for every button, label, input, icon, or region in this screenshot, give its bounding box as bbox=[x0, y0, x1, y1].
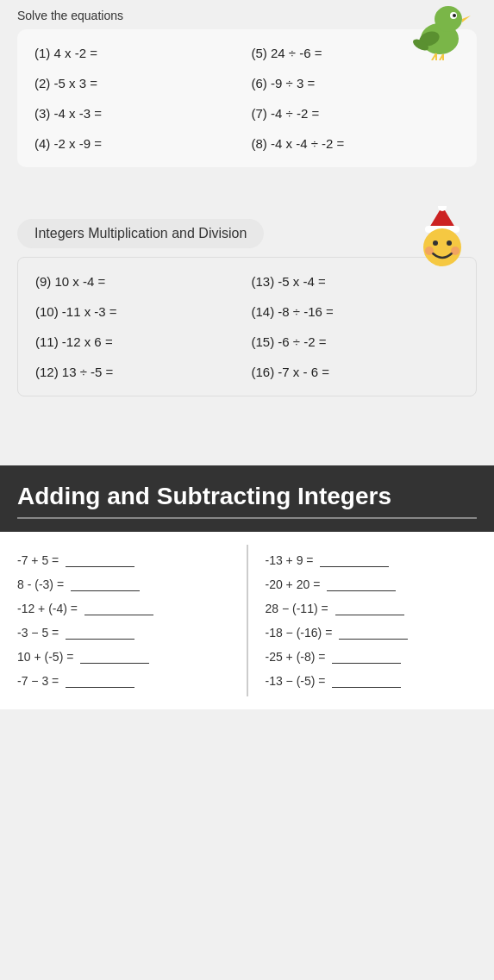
answer-line bbox=[66, 566, 134, 567]
svg-point-3 bbox=[453, 14, 456, 17]
eq-item: (16) -7 x - 6 = bbox=[252, 361, 460, 383]
svg-point-15 bbox=[433, 240, 438, 246]
eq-item: (7) -4 ÷ -2 = bbox=[252, 103, 460, 124]
eq-item: (15) -6 ÷ -2 = bbox=[252, 331, 460, 353]
svg-point-13 bbox=[438, 206, 447, 211]
eq-item: (13) -5 x -4 = bbox=[252, 271, 460, 292]
eq-label: (4) bbox=[34, 136, 50, 151]
fill-item: -12 + (-4) = bbox=[17, 602, 229, 615]
eq-label: (5) bbox=[252, 46, 267, 60]
answer-line bbox=[84, 615, 153, 615]
eq-item: (3) -4 x -3 = bbox=[34, 103, 243, 124]
svg-point-16 bbox=[447, 240, 452, 246]
answer-line bbox=[320, 566, 389, 567]
eq-label: (10) bbox=[35, 304, 59, 319]
section2: Integers Multiplication and Division (9)… bbox=[0, 210, 494, 414]
answer-line bbox=[332, 663, 401, 664]
eq-label: (1) bbox=[34, 46, 50, 60]
answer-line bbox=[80, 663, 149, 664]
fill-item: -7 − 3 = bbox=[17, 674, 229, 688]
eq-item: (9) 10 x -4 = bbox=[35, 271, 243, 292]
fill-item: -18 − (-16) = bbox=[266, 626, 478, 640]
fill-item: -3 − 5 = bbox=[17, 626, 229, 640]
svg-point-17 bbox=[425, 247, 434, 255]
eq-item: (4) -2 x -9 = bbox=[34, 133, 243, 154]
eq-item: (2) -5 x 3 = bbox=[34, 72, 243, 94]
section3-right-col: -13 + 9 = -20 + 20 = 28 − (-11) = -18 − … bbox=[248, 545, 495, 696]
fill-item: -25 + (-8) = bbox=[266, 650, 478, 664]
eq-label: (6) bbox=[252, 76, 267, 91]
eq-label: (8) bbox=[252, 136, 267, 151]
eq-label: (3) bbox=[34, 106, 50, 121]
eq-item: (11) -12 x 6 = bbox=[35, 331, 243, 353]
svg-marker-4 bbox=[462, 16, 471, 22]
section3-divider-line bbox=[17, 517, 477, 519]
section1: Solve the equations (1) 4 x -2 = (5) 24 … bbox=[0, 0, 494, 184]
answer-line bbox=[335, 615, 404, 615]
eq-label: (9) bbox=[35, 274, 51, 289]
fill-item: 28 − (-11) = bbox=[266, 602, 478, 615]
eq-item: (8) -4 x -4 ÷ -2 = bbox=[252, 133, 460, 154]
svg-point-18 bbox=[451, 247, 460, 255]
fill-item: 8 - (-3) = bbox=[17, 577, 229, 591]
answer-line bbox=[339, 639, 408, 640]
eq-item: (10) -11 x -3 = bbox=[35, 301, 243, 322]
section2-equations-box: (9) 10 x -4 = (13) -5 x -4 = (10) -11 x … bbox=[17, 257, 477, 396]
smiley-icon bbox=[412, 206, 472, 271]
section3: Adding and Subtracting Integers -7 + 5 =… bbox=[0, 465, 494, 709]
eq-item: (12) 13 ÷ -5 = bbox=[35, 361, 243, 383]
section3-title: Adding and Subtracting Integers bbox=[17, 483, 477, 510]
fill-item: -13 + 9 = bbox=[266, 553, 478, 567]
eq-item: (1) 4 x -2 = bbox=[34, 42, 243, 64]
answer-line bbox=[332, 687, 401, 688]
eq-item: (6) -9 ÷ 3 = bbox=[252, 72, 460, 94]
answer-line bbox=[71, 590, 140, 591]
gap3 bbox=[0, 440, 494, 465]
answer-line bbox=[327, 590, 396, 591]
section3-body: -7 + 5 = 8 - (-3) = -12 + (-4) = -3 − 5 … bbox=[0, 532, 494, 709]
section3-header: Adding and Subtracting Integers bbox=[0, 465, 494, 532]
bird-icon bbox=[403, 0, 477, 60]
answer-line bbox=[66, 687, 134, 688]
eq-label: (13) bbox=[252, 274, 275, 289]
eq-label: (14) bbox=[252, 304, 275, 319]
eq-label: (16) bbox=[252, 365, 275, 379]
eq-label: (7) bbox=[252, 106, 267, 121]
answer-line bbox=[66, 639, 134, 640]
fill-item: -7 + 5 = bbox=[17, 553, 229, 567]
fill-item: 10 + (-5) = bbox=[17, 650, 229, 664]
eq-label: (2) bbox=[34, 76, 50, 91]
eq-label: (15) bbox=[252, 334, 275, 349]
section2-title: Integers Multiplication and Division bbox=[17, 219, 264, 248]
eq-item: (14) -8 ÷ -16 = bbox=[252, 301, 460, 322]
svg-point-1 bbox=[435, 6, 462, 32]
fill-item: -13 − (-5) = bbox=[266, 674, 478, 688]
fill-item: -20 + 20 = bbox=[266, 577, 478, 591]
section3-left-col: -7 + 5 = 8 - (-3) = -12 + (-4) = -3 − 5 … bbox=[0, 545, 247, 696]
gap2 bbox=[0, 414, 494, 440]
eq-label: (12) bbox=[35, 365, 59, 379]
section2-header: Integers Multiplication and Division bbox=[17, 219, 477, 248]
eq-label: (11) bbox=[35, 334, 59, 349]
